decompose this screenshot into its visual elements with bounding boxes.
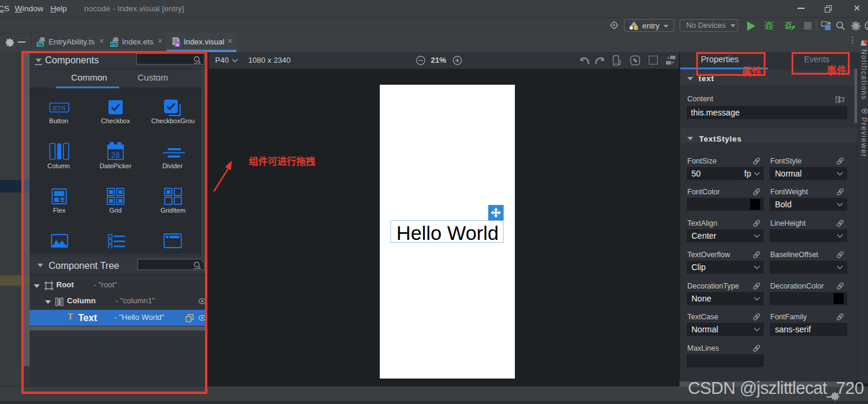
svg-text:v: v [177,43,179,47]
svg-text:TS: TS [38,43,43,47]
svg-text:ETS: ETS [111,43,117,46]
